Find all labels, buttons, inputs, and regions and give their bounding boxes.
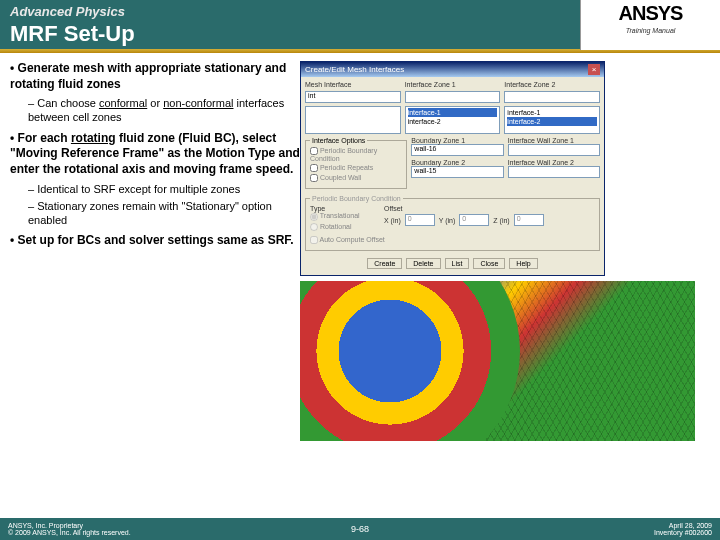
- iz2-list[interactable]: interface-1 interface-2: [504, 106, 600, 134]
- bullet-2: For each rotating fluid zone (Fluid BC),…: [10, 131, 300, 228]
- periodic-bc-check[interactable]: [310, 147, 318, 155]
- coupled-wall-check[interactable]: [310, 174, 318, 182]
- bullet-2-sub-2: Stationary zones remain with "Stationary…: [28, 199, 300, 228]
- dialog-titlebar[interactable]: Create/Edit Mesh Interfaces ×: [301, 62, 604, 77]
- list-item[interactable]: interface-1: [408, 108, 498, 117]
- delete-button[interactable]: Delete: [406, 258, 440, 269]
- iz2-label: Interface Zone 2: [504, 81, 600, 88]
- iz1-filter[interactable]: [405, 91, 501, 103]
- bullet-3: Set up for BCs and solver settings same …: [18, 233, 294, 247]
- content-text: Generate mesh with appropriate stationar…: [10, 61, 300, 255]
- mesh-screenshot: [300, 281, 695, 441]
- periodic-bc-group: Periodic Boundary Condition Type Transla…: [305, 195, 600, 250]
- close-icon[interactable]: ×: [588, 64, 600, 75]
- bz1-input[interactable]: wall-16: [411, 144, 503, 156]
- training-manual-label: Training Manual: [581, 27, 720, 34]
- logo-area: ANSYS Training Manual: [580, 0, 720, 50]
- bullet-2-sub-1: Identical to SRF except for multiple zon…: [28, 182, 300, 196]
- list-button[interactable]: List: [445, 258, 470, 269]
- auto-offset-check: [310, 236, 318, 244]
- mesh-interface-input[interactable]: int: [305, 91, 401, 103]
- footer-bar: ANSYS, Inc. Proprietary © 2009 ANSYS, In…: [0, 518, 720, 540]
- rotational-radio: [310, 223, 318, 231]
- list-item[interactable]: interface-2: [507, 117, 597, 126]
- iwz1-label: Interface Wall Zone 1: [508, 137, 600, 144]
- iwz2-label: Interface Wall Zone 2: [508, 159, 600, 166]
- interface-options-group: Interface Options Periodic Boundary Cond…: [305, 137, 407, 189]
- bz2-input[interactable]: wall-15: [411, 166, 503, 178]
- iz1-label: Interface Zone 1: [405, 81, 501, 88]
- bz1-label: Boundary Zone 1: [411, 137, 503, 144]
- mesh-interface-label: Mesh Interface: [305, 81, 401, 88]
- bullet-1-sub-1: Can choose conformal or non-conformal in…: [28, 96, 300, 125]
- offset-y: 0: [459, 214, 489, 226]
- offset-z: 0: [514, 214, 544, 226]
- ansys-logo: ANSYS: [581, 2, 720, 25]
- mesh-interfaces-dialog: Create/Edit Mesh Interfaces × Mesh Inter…: [300, 61, 605, 276]
- iwz1-input[interactable]: [508, 144, 600, 156]
- dialog-title: Create/Edit Mesh Interfaces: [305, 65, 404, 74]
- mesh-interface-list[interactable]: [305, 106, 401, 134]
- bullet-1: Generate mesh with appropriate stationar…: [10, 61, 286, 91]
- create-button[interactable]: Create: [367, 258, 402, 269]
- help-button[interactable]: Help: [509, 258, 537, 269]
- translational-radio: [310, 213, 318, 221]
- periodic-repeats-check[interactable]: [310, 164, 318, 172]
- iwz2-input[interactable]: [508, 166, 600, 178]
- iz1-list[interactable]: interface-1 interface-2: [405, 106, 501, 134]
- page-number: 9-68: [351, 524, 369, 534]
- close-button[interactable]: Close: [473, 258, 505, 269]
- list-item[interactable]: interface-1: [507, 108, 597, 117]
- list-item[interactable]: interface-2: [408, 117, 498, 126]
- bz2-label: Boundary Zone 2: [411, 159, 503, 166]
- footer-left: ANSYS, Inc. Proprietary © 2009 ANSYS, In…: [8, 522, 131, 536]
- iz2-filter[interactable]: [504, 91, 600, 103]
- offset-x: 0: [405, 214, 435, 226]
- footer-right: April 28, 2009 Inventory #002600: [654, 522, 712, 536]
